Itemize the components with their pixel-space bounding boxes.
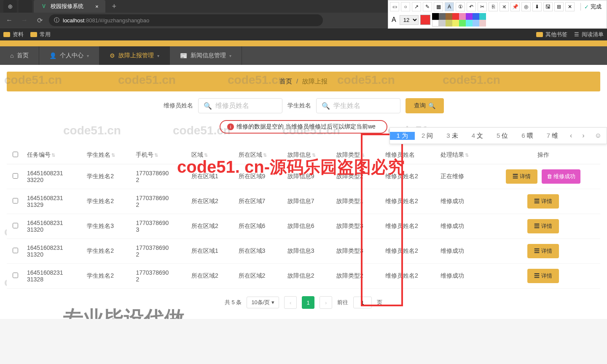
prev-page-button[interactable]: ‹: [284, 296, 297, 309]
cell-phone: 17703786902: [132, 239, 188, 264]
gear-icon: ⚙: [110, 52, 115, 59]
list-icon: ☰: [574, 31, 579, 37]
new-tab-button[interactable]: +: [107, 2, 122, 11]
fault-table: 任务编号⇅ 学生姓名⇅ 手机号⇅ 区域⇅ 所在区域⇅ 故障信息⇅ 故障类型⇅ 维…: [7, 146, 600, 289]
col-region[interactable]: 区域⇅: [188, 146, 235, 164]
col-task-id[interactable]: 任务编号⇅: [24, 146, 83, 164]
bookmark-folder-2[interactable]: 常用: [30, 31, 51, 38]
tab-other-2[interactable]: [19, 0, 32, 13]
shape-arrow-icon[interactable]: ↗: [412, 2, 421, 11]
bookmark-folder-1[interactable]: 资料: [3, 31, 24, 38]
cell-region: 所在区域2: [188, 264, 235, 289]
shape-rect-icon[interactable]: ▭: [390, 2, 399, 11]
detail-button[interactable]: ☰ 详情: [527, 194, 559, 209]
cell-task-id: 1645160823131328: [24, 264, 83, 289]
main-nav: ⌂首页 👤个人中心▾ ⚙故障上报管理▾ 📰新闻信息管理▾: [0, 46, 607, 65]
back-button[interactable]: ←: [3, 14, 15, 26]
detail-button[interactable]: ☰ 详情: [527, 269, 559, 283]
search-icon: 🔍: [322, 102, 330, 110]
goto-page-input[interactable]: [353, 297, 372, 308]
pin-icon[interactable]: 📌: [510, 2, 520, 11]
color-current[interactable]: [420, 15, 430, 25]
shape-circle-icon[interactable]: ○: [401, 2, 410, 11]
cut-icon[interactable]: ✂: [478, 2, 487, 11]
reload-button[interactable]: ⟳: [34, 14, 46, 26]
col-area[interactable]: 所在区域⇅: [235, 146, 284, 164]
ime-cand-2[interactable]: 2问: [415, 132, 440, 140]
download-icon[interactable]: ⬇: [532, 2, 542, 11]
window-icon[interactable]: ⊞: [554, 2, 564, 11]
search-input-student[interactable]: 🔍 学生姓名: [316, 98, 400, 113]
row-checkbox[interactable]: [13, 223, 18, 228]
pencil-icon[interactable]: ✎: [423, 2, 432, 11]
row-checkbox[interactable]: [13, 248, 18, 253]
ime-candidates[interactable]: 1为 2问 3未 4文 5位 6喂 7维 ‹ › ☺: [389, 127, 607, 144]
annotation-text-input[interactable]: i: [220, 120, 387, 134]
row-checkbox[interactable]: [13, 198, 18, 203]
col-phone[interactable]: 手机号⇅: [132, 146, 188, 164]
reading-list[interactable]: ☰阅读清单: [574, 31, 604, 38]
done-button[interactable]: ✓完成: [580, 3, 602, 11]
other-bookmarks[interactable]: 其他书签: [536, 31, 567, 38]
tab-active[interactable]: V 校园报修系统 ×: [34, 0, 105, 13]
col-fault-type[interactable]: 故障类型⇅: [333, 146, 382, 164]
search-input-repairer[interactable]: 🔍 维修员姓名: [198, 98, 282, 113]
shuffle-icon[interactable]: ⤨: [500, 2, 509, 11]
ime-cand-1[interactable]: 1为: [390, 132, 415, 140]
row-checkbox[interactable]: [13, 173, 18, 179]
col-fault-info[interactable]: 故障信息⇅: [284, 146, 333, 164]
cell-fault-type: 故障类型3: [333, 214, 382, 239]
col-repairer[interactable]: 维修员姓名: [382, 146, 437, 164]
forward-button[interactable]: →: [19, 14, 30, 26]
font-size-select[interactable]: 12: [400, 15, 419, 25]
next-page-button[interactable]: ›: [320, 296, 332, 309]
nav-personal[interactable]: 👤个人中心▾: [39, 46, 99, 65]
mosaic-icon[interactable]: ▦: [434, 2, 443, 11]
ime-cand-5[interactable]: 5位: [490, 132, 515, 140]
nav-home[interactable]: ⌂首页: [0, 46, 39, 65]
copy-icon[interactable]: ⎘: [489, 2, 498, 11]
save-icon[interactable]: 🖫: [543, 2, 553, 11]
nav-fault[interactable]: ⚙故障上报管理▾: [99, 46, 170, 65]
address-bar[interactable]: ⓘ localhost:8081/#/guzhangshangbao: [49, 14, 323, 26]
cell-task-id: 1645160823131320: [24, 239, 83, 264]
row-checkbox[interactable]: [13, 273, 18, 278]
color-palette[interactable]: [432, 13, 486, 27]
detail-button[interactable]: ☰ 详情: [527, 219, 559, 233]
detail-button[interactable]: ☰ 详情: [506, 169, 537, 184]
cell-phone: 17703786902: [132, 189, 188, 214]
query-button[interactable]: 查询🔍: [406, 98, 444, 113]
counter-icon[interactable]: ①: [456, 2, 465, 11]
ime-cand-4[interactable]: 4文: [465, 132, 490, 140]
ime-next-icon[interactable]: ›: [577, 132, 589, 139]
cell-result: 维修成功: [437, 264, 486, 289]
page-size-select[interactable]: 10条/页 ▾: [247, 297, 279, 308]
ime-cand-6[interactable]: 6喂: [515, 132, 540, 140]
annotation-text-field[interactable]: [236, 123, 380, 130]
col-result[interactable]: 处理结果⇅: [437, 146, 486, 164]
tab-close-icon[interactable]: ×: [95, 3, 99, 10]
ime-prev-icon[interactable]: ‹: [565, 132, 577, 139]
repair-success-button[interactable]: 🗑 维修成功: [542, 169, 581, 184]
breadcrumb-home[interactable]: 首页: [279, 78, 292, 85]
tab-other-1[interactable]: ◎: [3, 0, 17, 13]
page-1-button[interactable]: 1: [302, 296, 314, 309]
ime-cand-7[interactable]: 7维: [540, 132, 565, 140]
target-icon[interactable]: ◎: [521, 2, 531, 11]
pagination: 共 5 条 10条/页 ▾ ‹ 1 › 前往 页: [7, 289, 600, 312]
cell-student: 学生姓名2: [83, 264, 132, 289]
close-icon[interactable]: ✕: [565, 2, 575, 11]
undo-icon[interactable]: ↶: [467, 2, 476, 11]
info-icon: i: [227, 123, 234, 130]
site-info-icon[interactable]: ⓘ: [54, 16, 59, 24]
ime-smile-icon[interactable]: ☺: [590, 132, 607, 139]
select-all-checkbox[interactable]: [13, 152, 18, 157]
col-student[interactable]: 学生姓名⇅: [83, 146, 132, 164]
ime-cand-3[interactable]: 3未: [440, 132, 465, 140]
news-icon: 📰: [180, 52, 187, 59]
text-icon[interactable]: A: [445, 2, 454, 11]
breadcrumb: 首页 / 故障上报: [7, 72, 600, 91]
table-row: 1645160823133220 学生姓名2 17703786902 所在区域1…: [7, 164, 600, 189]
nav-news[interactable]: 📰新闻信息管理▾: [170, 46, 242, 65]
detail-button[interactable]: ☰ 详情: [527, 244, 559, 258]
